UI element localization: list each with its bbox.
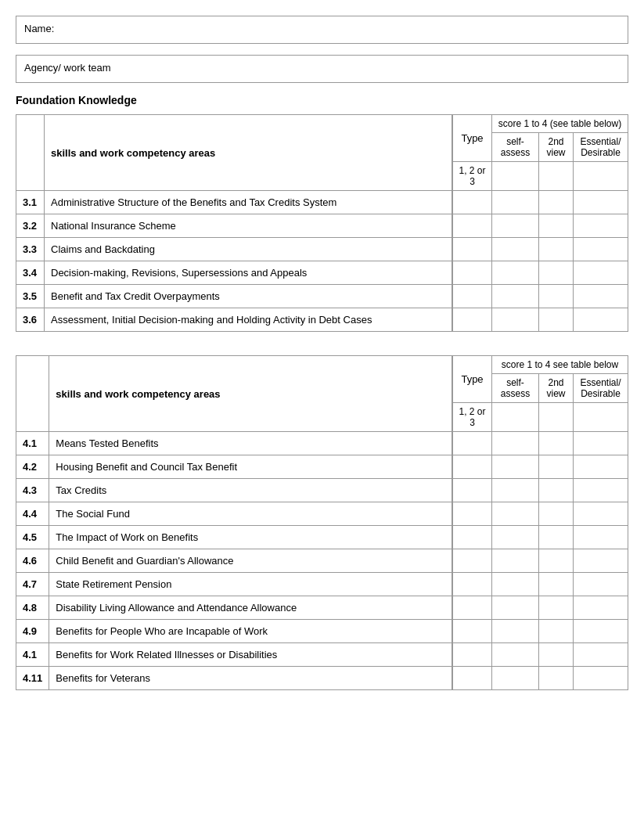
section1-top-header: Type score 1 to 4 (see table below) (453, 115, 628, 133)
side-table-row (453, 549, 628, 573)
section1-competency-header: skills and work competency areas (45, 115, 452, 191)
second-view-header: 2nd view (539, 133, 574, 162)
section2-table-wrapper: skills and work competency areas 4.1 Mea… (16, 355, 628, 690)
table-row: 3.4 Decision-making, Revisions, Superses… (16, 261, 452, 285)
section2-competency-header: skills and work competency areas (49, 356, 452, 432)
type-header: Type (453, 115, 492, 162)
agency-field[interactable]: Agency/ work team (16, 55, 628, 83)
side-table-row (453, 502, 628, 526)
table-row: 4.7 State Retirement Pension (16, 573, 452, 596)
table-row: 3.1 Administrative Structure of the Bene… (16, 191, 452, 214)
side-table-row (453, 479, 628, 502)
score-header: score 1 to 4 (see table below) (492, 115, 628, 133)
table-row: 3.5 Benefit and Tax Credit Overpayments (16, 285, 452, 308)
side-table-row (453, 620, 628, 643)
side-table-row (453, 596, 628, 620)
second-view-header-2: 2nd view (539, 374, 574, 403)
table-row: 4.1 Benefits for Work Related Illnesses … (16, 643, 452, 667)
section2-top-header: Type score 1 to 4 see table below (453, 356, 628, 374)
table-row: 4.3 Tax Credits (16, 479, 452, 502)
table-row: 4.8 Disability Living Allowance and Atte… (16, 596, 452, 620)
side-table-row (453, 214, 628, 238)
section1-main-table: skills and work competency areas 3.1 Adm… (16, 114, 452, 332)
type-sub: 1, 2 or 3 (453, 162, 492, 191)
name-label: Name: (24, 23, 54, 34)
essential-header-2: Essential/ Desirable (574, 374, 628, 403)
side-table-row (453, 526, 628, 549)
section2-side-table: Type score 1 to 4 see table below self-a… (452, 355, 628, 690)
side-table-row (453, 308, 628, 332)
section2-header-row: skills and work competency areas (16, 356, 452, 432)
table-row: 3.2 National Insurance Scheme (16, 214, 452, 238)
section1-side-table: Type score 1 to 4 (see table below) self… (452, 114, 628, 332)
side-table-row (453, 191, 628, 214)
section1-header-row: skills and work competency areas (16, 115, 452, 191)
agency-label: Agency/ work team (24, 62, 111, 74)
type-header-2: Type (453, 356, 492, 403)
self-assess-header-2: self-assess (492, 374, 539, 403)
side-table-row (453, 238, 628, 261)
side-table-row (453, 285, 628, 308)
table-row: 4.9 Benefits for People Who are Incapabl… (16, 620, 452, 643)
table-row: 4.6 Child Benefit and Guardian's Allowan… (16, 549, 452, 573)
side-table-row (453, 667, 628, 690)
side-table-row (453, 455, 628, 479)
section2-type-sub-row: 1, 2 or 3 (453, 403, 628, 432)
table-row: 4.11 Benefits for Veterans (16, 667, 452, 690)
table-row: 4.2 Housing Benefit and Council Tax Bene… (16, 455, 452, 479)
type-sub-2: 1, 2 or 3 (453, 403, 492, 432)
table-row: 3.3 Claims and Backdating (16, 238, 452, 261)
section1-table-wrapper: skills and work competency areas 3.1 Adm… (16, 114, 628, 332)
side-table-row (453, 261, 628, 285)
table-row: 4.5 The Impact of Work on Benefits (16, 526, 452, 549)
table-row: 3.6 Assessment, Initial Decision-making … (16, 308, 452, 332)
side-table-row (453, 432, 628, 455)
name-field[interactable]: Name: (16, 16, 628, 44)
table-row: 4.1 Means Tested Benefits (16, 432, 452, 455)
side-table-row (453, 643, 628, 667)
section2-main-table: skills and work competency areas 4.1 Mea… (16, 355, 452, 690)
table-row: 4.4 The Social Fund (16, 502, 452, 526)
score-header-2: score 1 to 4 see table below (492, 356, 628, 374)
side-table-row (453, 573, 628, 596)
section1-type-sub-row: 1, 2 or 3 (453, 162, 628, 191)
section-title: Foundation Knowledge (16, 94, 628, 106)
self-assess-header: self-assess (492, 133, 539, 162)
essential-header: Essential/ Desirable (574, 133, 628, 162)
